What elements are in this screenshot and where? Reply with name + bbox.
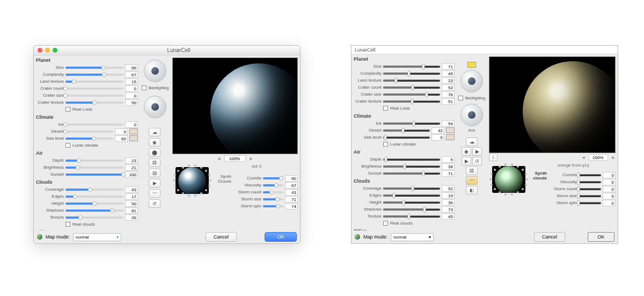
variation-dot[interactable] [194, 194, 196, 197]
variation-dot[interactable] [208, 185, 210, 187]
color-button[interactable]: ⬤ [149, 148, 160, 157]
variation-dot[interactable] [173, 179, 175, 182]
slider-value[interactable]: 71 [442, 63, 455, 70]
zoom-in-button[interactable]: ► [611, 155, 616, 160]
slider-track[interactable] [383, 215, 440, 218]
variation-dot[interactable] [200, 192, 202, 194]
slider-value[interactable]: 74 [285, 203, 298, 210]
variation-dot[interactable] [517, 191, 519, 193]
slider-track[interactable] [65, 196, 123, 198]
zoom-value[interactable]: 100% [589, 154, 608, 161]
undo-button[interactable]: ↺ [149, 199, 160, 208]
slider-track[interactable] [383, 194, 440, 197]
variation-dot[interactable] [188, 164, 190, 167]
light-dial[interactable] [460, 70, 483, 92]
slider-value[interactable]: 23 [442, 77, 455, 84]
slider-track[interactable] [263, 205, 283, 207]
variation-dot[interactable] [182, 167, 184, 169]
slider-value[interactable]: 23 [125, 157, 138, 164]
slider-track[interactable] [383, 158, 440, 161]
slider-track[interactable] [383, 122, 440, 125]
slider-track[interactable] [65, 174, 123, 176]
globe-button[interactable]: ◉ [462, 147, 471, 156]
clouds-checkbox[interactable] [65, 222, 70, 227]
slider-track[interactable] [65, 216, 123, 219]
variation-dot[interactable] [205, 189, 207, 191]
slider-value[interactable]: 43 [125, 186, 138, 193]
slider-track[interactable] [383, 208, 440, 211]
variation-dot[interactable] [489, 178, 492, 181]
variation-ring[interactable] [172, 164, 212, 197]
variation-dot[interactable] [504, 163, 507, 165]
slider-value[interactable]: 15 [125, 78, 138, 85]
variation-dot[interactable] [511, 193, 513, 196]
slider-value[interactable]: 0 [603, 172, 616, 178]
slider-track[interactable] [383, 172, 440, 175]
slider-track[interactable] [65, 167, 123, 169]
slider-track[interactable] [65, 88, 123, 90]
slider-value[interactable]: 0 [125, 92, 138, 99]
slider-value[interactable]: 52 [442, 84, 455, 91]
win-titlebar[interactable]: LunarCell [352, 46, 618, 54]
slider-value[interactable]: 0 [603, 193, 616, 199]
color-swatch[interactable] [446, 134, 455, 140]
slider-track[interactable] [263, 191, 283, 193]
variation-thumb[interactable] [175, 167, 209, 194]
slider-track[interactable] [383, 73, 440, 75]
slider-track[interactable] [263, 177, 283, 179]
undo-button[interactable]: ↺ [472, 157, 482, 165]
climate-checkbox[interactable] [65, 143, 70, 148]
variation-dot[interactable] [491, 184, 493, 186]
slider-value[interactable]: 0 [125, 121, 138, 128]
zoom-value[interactable]: 100% [224, 155, 246, 162]
wave-button[interactable]: 〰 [466, 176, 478, 185]
slider-track[interactable] [65, 131, 113, 133]
slider-value[interactable]: 67 [125, 71, 138, 78]
slider-value[interactable]: 50 [125, 99, 138, 106]
slider-track[interactable] [383, 129, 430, 132]
slider-value[interactable]: 73 [442, 206, 455, 213]
slider-track[interactable] [383, 201, 440, 204]
slider-value[interactable]: 66 [125, 64, 138, 71]
slider-track[interactable] [65, 124, 123, 126]
variation-dot[interactable] [174, 185, 176, 187]
slider-track[interactable] [579, 195, 601, 197]
slider-track[interactable] [263, 184, 283, 186]
backlighting-checkbox[interactable] [458, 96, 463, 100]
planet-checkbox[interactable] [65, 107, 70, 112]
slider-value[interactable]: 51 [442, 98, 455, 105]
slider-value[interactable]: 50 [125, 200, 138, 207]
globe-button[interactable]: ◉ [149, 138, 160, 147]
slider-value[interactable]: 54 [442, 120, 455, 127]
slider-track[interactable] [383, 165, 440, 168]
slider-track[interactable] [65, 81, 123, 83]
slider-track[interactable] [383, 136, 430, 139]
mapmode-select[interactable]: normal ▾ [73, 233, 121, 241]
color-swatch[interactable] [446, 127, 455, 133]
zoom-out-button[interactable]: ◄ [581, 155, 586, 160]
minimize-icon[interactable] [45, 48, 50, 53]
slider-track[interactable] [383, 187, 440, 190]
slider-value[interactable]: 19 [442, 192, 455, 199]
wave-button[interactable]: 〰 [149, 189, 160, 198]
slider-value[interactable]: 42 [431, 127, 444, 134]
light-dial[interactable] [144, 60, 166, 82]
slider-value[interactable]: 36 [442, 199, 455, 206]
slider-value[interactable]: 0 [603, 186, 616, 192]
slider-value[interactable]: 43 [285, 189, 298, 196]
variation-dot[interactable] [188, 194, 190, 197]
variation-dot[interactable] [194, 164, 196, 167]
variation-dot[interactable] [499, 191, 501, 193]
variation-dot[interactable] [517, 165, 519, 168]
slider-value[interactable]: 0 [603, 200, 616, 206]
slider-track[interactable] [579, 174, 601, 176]
slider-value[interactable]: 21 [125, 164, 138, 171]
slider-value[interactable]: 5 [431, 134, 444, 141]
planet-color-swatch[interactable] [467, 62, 476, 68]
slider-value[interactable]: 71 [442, 170, 455, 177]
variation-dot[interactable] [522, 169, 524, 171]
slider-track[interactable] [65, 189, 123, 191]
slider-value[interactable]: 90 [285, 175, 298, 182]
backlighting-checkbox[interactable] [142, 85, 147, 90]
info-button[interactable]: i [489, 154, 497, 161]
